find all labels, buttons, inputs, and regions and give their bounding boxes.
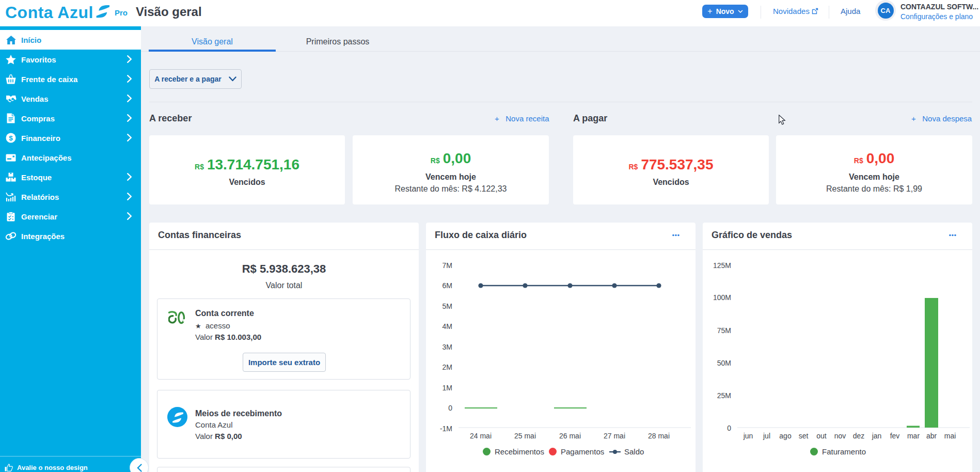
svg-text:$: $	[9, 134, 13, 142]
